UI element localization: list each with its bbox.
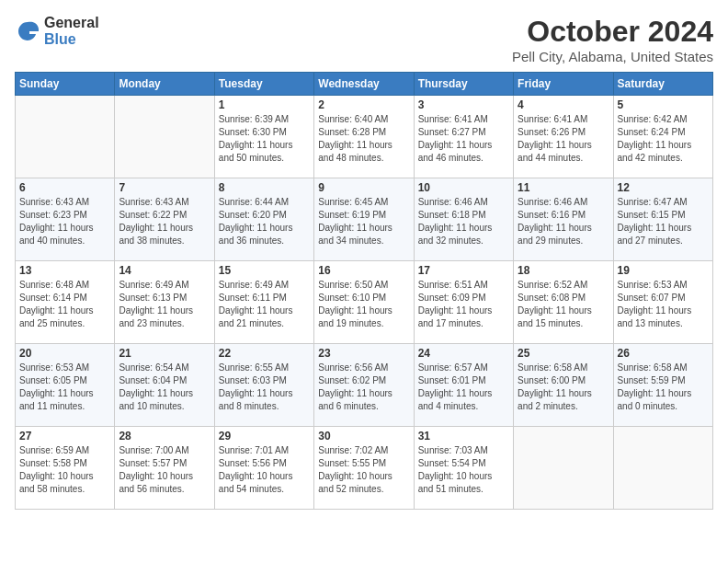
- calendar-cell: 23Sunrise: 6:56 AM Sunset: 6:02 PM Dayli…: [314, 344, 414, 427]
- day-number: 6: [19, 181, 110, 194]
- day-of-week-header: Friday: [514, 73, 613, 96]
- day-of-week-header: Thursday: [414, 73, 513, 96]
- calendar-cell: 24Sunrise: 6:57 AM Sunset: 6:01 PM Dayli…: [414, 344, 513, 427]
- calendar-cell: 5Sunrise: 6:42 AM Sunset: 6:24 PM Daylig…: [613, 96, 712, 178]
- day-number: 25: [518, 347, 609, 360]
- day-number: 19: [618, 264, 709, 277]
- calendar-cell: 30Sunrise: 7:02 AM Sunset: 5:55 PM Dayli…: [314, 427, 414, 510]
- calendar-cell: 3Sunrise: 6:41 AM Sunset: 6:27 PM Daylig…: [414, 96, 513, 178]
- day-number: 4: [518, 98, 609, 111]
- day-number: 27: [19, 430, 110, 442]
- day-details: Sunrise: 6:56 AM Sunset: 6:02 PM Dayligh…: [318, 362, 409, 413]
- day-number: 7: [119, 181, 210, 194]
- day-of-week-header: Wednesday: [314, 73, 414, 96]
- calendar-week-row: 6Sunrise: 6:43 AM Sunset: 6:23 PM Daylig…: [16, 178, 713, 261]
- day-number: 21: [119, 347, 210, 360]
- day-details: Sunrise: 6:41 AM Sunset: 6:26 PM Dayligh…: [518, 113, 609, 165]
- calendar-cell: 7Sunrise: 6:43 AM Sunset: 6:22 PM Daylig…: [115, 178, 214, 261]
- day-number: 28: [119, 430, 210, 442]
- day-details: Sunrise: 6:57 AM Sunset: 6:01 PM Dayligh…: [418, 362, 509, 413]
- logo-icon: [15, 18, 40, 44]
- calendar-cell: 26Sunrise: 6:58 AM Sunset: 5:59 PM Dayli…: [613, 344, 712, 427]
- calendar-cell: 8Sunrise: 6:44 AM Sunset: 6:20 PM Daylig…: [214, 178, 313, 261]
- day-number: 22: [219, 347, 310, 360]
- day-of-week-header: Sunday: [16, 73, 115, 96]
- calendar-header: SundayMondayTuesdayWednesdayThursdayFrid…: [16, 73, 713, 96]
- day-details: Sunrise: 6:43 AM Sunset: 6:22 PM Dayligh…: [119, 196, 210, 247]
- calendar-cell: 22Sunrise: 6:55 AM Sunset: 6:03 PM Dayli…: [214, 344, 313, 427]
- calendar-cell: 10Sunrise: 6:46 AM Sunset: 6:18 PM Dayli…: [414, 178, 513, 261]
- logo-general-text: General: [44, 15, 99, 31]
- day-details: Sunrise: 6:41 AM Sunset: 6:27 PM Dayligh…: [418, 113, 509, 165]
- day-details: Sunrise: 6:58 AM Sunset: 5:59 PM Dayligh…: [618, 362, 709, 413]
- day-details: Sunrise: 6:48 AM Sunset: 6:14 PM Dayligh…: [19, 279, 110, 330]
- day-number: 1: [219, 98, 310, 111]
- location-text: Pell City, Alabama, United States: [512, 49, 713, 64]
- day-details: Sunrise: 6:46 AM Sunset: 6:16 PM Dayligh…: [518, 196, 609, 247]
- day-number: 30: [318, 430, 409, 442]
- calendar-cell: [514, 427, 613, 510]
- day-number: 11: [518, 181, 609, 194]
- day-details: Sunrise: 6:53 AM Sunset: 6:07 PM Dayligh…: [618, 279, 709, 330]
- day-number: 5: [618, 98, 709, 111]
- calendar-cell: [115, 96, 214, 178]
- calendar-week-row: 20Sunrise: 6:53 AM Sunset: 6:05 PM Dayli…: [16, 344, 713, 427]
- calendar-cell: 13Sunrise: 6:48 AM Sunset: 6:14 PM Dayli…: [16, 261, 115, 344]
- day-details: Sunrise: 6:53 AM Sunset: 6:05 PM Dayligh…: [19, 362, 110, 413]
- calendar-cell: 6Sunrise: 6:43 AM Sunset: 6:23 PM Daylig…: [16, 178, 115, 261]
- day-details: Sunrise: 6:58 AM Sunset: 6:00 PM Dayligh…: [518, 362, 609, 413]
- calendar-week-row: 13Sunrise: 6:48 AM Sunset: 6:14 PM Dayli…: [16, 261, 713, 344]
- day-details: Sunrise: 6:46 AM Sunset: 6:18 PM Dayligh…: [418, 196, 509, 247]
- day-details: Sunrise: 6:44 AM Sunset: 6:20 PM Dayligh…: [219, 196, 310, 247]
- logo: General Blue: [15, 15, 99, 47]
- day-of-week-header: Saturday: [613, 73, 712, 96]
- day-details: Sunrise: 6:42 AM Sunset: 6:24 PM Dayligh…: [618, 113, 709, 165]
- day-details: Sunrise: 6:49 AM Sunset: 6:13 PM Dayligh…: [119, 279, 210, 330]
- header-row: SundayMondayTuesdayWednesdayThursdayFrid…: [16, 73, 713, 96]
- day-number: 15: [219, 264, 310, 277]
- day-details: Sunrise: 6:47 AM Sunset: 6:15 PM Dayligh…: [618, 196, 709, 247]
- calendar-week-row: 1Sunrise: 6:39 AM Sunset: 6:30 PM Daylig…: [16, 96, 713, 178]
- day-number: 8: [219, 181, 310, 194]
- page-header: General Blue October 2024 Pell City, Ala…: [15, 15, 713, 64]
- calendar-week-row: 27Sunrise: 6:59 AM Sunset: 5:58 PM Dayli…: [16, 427, 713, 510]
- day-number: 17: [418, 264, 509, 277]
- calendar-cell: 17Sunrise: 6:51 AM Sunset: 6:09 PM Dayli…: [414, 261, 513, 344]
- day-number: 23: [318, 347, 409, 360]
- day-details: Sunrise: 6:54 AM Sunset: 6:04 PM Dayligh…: [119, 362, 210, 413]
- calendar-cell: 9Sunrise: 6:45 AM Sunset: 6:19 PM Daylig…: [314, 178, 414, 261]
- day-details: Sunrise: 6:49 AM Sunset: 6:11 PM Dayligh…: [219, 279, 310, 330]
- day-number: 9: [318, 181, 409, 194]
- logo-blue-text: Blue: [44, 31, 99, 48]
- month-title: October 2024: [512, 15, 713, 49]
- day-number: 29: [219, 430, 310, 442]
- day-details: Sunrise: 7:02 AM Sunset: 5:55 PM Dayligh…: [318, 444, 409, 496]
- calendar-cell: 14Sunrise: 6:49 AM Sunset: 6:13 PM Dayli…: [115, 261, 214, 344]
- calendar-cell: 19Sunrise: 6:53 AM Sunset: 6:07 PM Dayli…: [613, 261, 712, 344]
- calendar-cell: 15Sunrise: 6:49 AM Sunset: 6:11 PM Dayli…: [214, 261, 313, 344]
- calendar-cell: [16, 96, 115, 178]
- calendar-cell: 27Sunrise: 6:59 AM Sunset: 5:58 PM Dayli…: [16, 427, 115, 510]
- day-of-week-header: Tuesday: [214, 73, 313, 96]
- day-number: 20: [19, 347, 110, 360]
- calendar-cell: 18Sunrise: 6:52 AM Sunset: 6:08 PM Dayli…: [514, 261, 613, 344]
- calendar-cell: 25Sunrise: 6:58 AM Sunset: 6:00 PM Dayli…: [514, 344, 613, 427]
- calendar-cell: 1Sunrise: 6:39 AM Sunset: 6:30 PM Daylig…: [214, 96, 313, 178]
- day-details: Sunrise: 6:50 AM Sunset: 6:10 PM Dayligh…: [318, 279, 409, 330]
- day-details: Sunrise: 6:40 AM Sunset: 6:28 PM Dayligh…: [318, 113, 409, 165]
- day-details: Sunrise: 6:39 AM Sunset: 6:30 PM Dayligh…: [219, 113, 310, 165]
- day-details: Sunrise: 6:55 AM Sunset: 6:03 PM Dayligh…: [219, 362, 310, 413]
- day-details: Sunrise: 6:59 AM Sunset: 5:58 PM Dayligh…: [19, 444, 110, 496]
- day-details: Sunrise: 6:51 AM Sunset: 6:09 PM Dayligh…: [418, 279, 509, 330]
- day-number: 26: [618, 347, 709, 360]
- day-number: 24: [418, 347, 509, 360]
- calendar-cell: 21Sunrise: 6:54 AM Sunset: 6:04 PM Dayli…: [115, 344, 214, 427]
- day-number: 13: [19, 264, 110, 277]
- calendar-cell: [613, 427, 712, 510]
- calendar-cell: 20Sunrise: 6:53 AM Sunset: 6:05 PM Dayli…: [16, 344, 115, 427]
- day-number: 14: [119, 264, 210, 277]
- day-number: 12: [618, 181, 709, 194]
- calendar-body: 1Sunrise: 6:39 AM Sunset: 6:30 PM Daylig…: [16, 96, 713, 510]
- day-number: 31: [418, 430, 509, 442]
- day-details: Sunrise: 7:01 AM Sunset: 5:56 PM Dayligh…: [219, 444, 310, 496]
